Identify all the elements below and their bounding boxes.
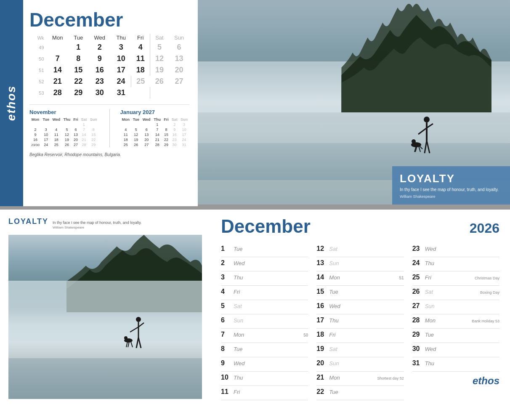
day-col-3: 23 Wed 24 Thu 25 Fri Christmas Day 26 Sa… (412, 243, 499, 419)
day-6: 6 (169, 42, 189, 53)
day-23: 23 (88, 76, 111, 87)
jan-thu-h: Thu (152, 117, 162, 122)
day-8: 8 (69, 53, 88, 64)
day-17: 17 (111, 64, 131, 76)
nov-sat-h: Sat (80, 117, 88, 122)
nov-fri-h: Fri (72, 117, 80, 122)
day-entry-20: 20 Sun (316, 357, 404, 372)
day-empty-4 (169, 87, 189, 98)
day-entry-24: 24 Thu (412, 257, 499, 271)
day-19: 19 (150, 64, 169, 76)
day-9: 9 (88, 53, 111, 64)
ethos-footer-text: ethos (473, 375, 499, 386)
day-28: 28 (47, 87, 69, 98)
tue-header: Tue (69, 34, 88, 42)
figure-svg (408, 113, 441, 164)
day-entry-11: 11 Fri (221, 386, 308, 400)
days-grid: 1 Tue 2 Wed 3 Thu 4 Fri 5 Sat (221, 243, 499, 419)
nov-mon-h: Mon (29, 117, 41, 122)
november-mini-cal: November Mon Tue Wed Thu Fri Sat Sun (29, 109, 99, 147)
svg-point-7 (412, 139, 416, 144)
svg-line-16 (136, 338, 138, 348)
week-53: 53 (29, 87, 47, 98)
december-title: December (221, 216, 311, 237)
day-3: 3 (111, 42, 131, 53)
loyalty-banner: LOYALTY In thy face I see the map of hon… (392, 166, 510, 205)
day-16: 16 (88, 64, 111, 76)
day-5: 5 (150, 42, 169, 53)
day-entry-19: 19 Sat (316, 343, 404, 357)
day-26: 26 (150, 76, 169, 87)
day-empty-2 (131, 87, 150, 98)
main-month-title: December (29, 8, 189, 31)
loyalty-header-quote-text: In thy face I see the map of honour, tru… (53, 221, 141, 230)
jan-mon-h: Mon (120, 117, 131, 122)
week-51: 51 (29, 64, 47, 76)
day-entry-10: 10 Thu (221, 372, 308, 386)
day-18: 18 (131, 64, 150, 76)
mini-cal-divider (109, 109, 110, 147)
loyalty-quote: In thy face I see the map of honour, tru… (400, 187, 502, 193)
svg-line-22 (131, 342, 133, 347)
january-title: January 2027 (120, 109, 190, 115)
january-mini-cal: January 2027 Mon Tue Wed Thu Fri Sat Sun (120, 109, 190, 147)
loyalty-author: William Shakespeare (400, 194, 502, 199)
day-entry-5: 5 Sat (221, 300, 308, 314)
day-entry-12: 12 Sat (316, 243, 404, 257)
sat-header: Sat (150, 34, 169, 42)
day-24: 24 (111, 76, 131, 87)
day-25: 25 (131, 76, 150, 87)
svg-line-2 (418, 128, 427, 134)
wk-header: Wk (29, 34, 47, 42)
svg-line-11 (420, 146, 422, 149)
day-30: 30 (88, 87, 111, 98)
day-entry-4: 4 Fri (221, 286, 308, 300)
day-entry-29: 29 Tue (412, 329, 499, 343)
day-4: 4 (131, 42, 150, 53)
week-49: 49 (29, 42, 47, 53)
day-22: 22 (69, 76, 88, 87)
top-left-panel: ethos December Wk Mon Tue Wed Thu Fri Sa… (0, 0, 198, 206)
jan-sun-h: Sun (179, 117, 189, 122)
day-entry-23: 23 Wed (412, 243, 499, 257)
photo-caption: Beglika Reservoir, Rhodope mountains, Bu… (29, 152, 189, 157)
day-7: 7 (47, 53, 69, 64)
day-col-2: 12 Sat 13 Sun 14 Mon 51 15 Tue 16 (316, 243, 404, 419)
day-entry-7: 7 Mon 50 (221, 329, 308, 343)
day-entry-13: 13 Sun (316, 257, 404, 271)
main-calendar: Wk Mon Tue Wed Thu Fri Sat Sun 49 1 (29, 34, 189, 98)
svg-point-12 (136, 317, 141, 322)
bottom-half: LOYALTY In thy face I see the map of hon… (0, 210, 510, 420)
bp-fog-layer (8, 281, 202, 338)
day-entry-27: 27 Sun (412, 300, 499, 314)
day-entry-26: 26 Sat Boxing Day (412, 286, 499, 300)
november-title: November (29, 109, 99, 115)
bp-water (8, 358, 202, 399)
tree-silhouettes (323, 0, 510, 112)
top-photo-area: LOYALTY In thy face I see the map of hon… (198, 0, 510, 205)
svg-line-5 (427, 141, 430, 153)
bp-figure (121, 314, 150, 356)
tree-svg (323, 0, 510, 112)
december-year: 2026 (470, 221, 499, 236)
day-entry-3: 3 Thu (221, 271, 308, 286)
thu-header: Thu (111, 34, 131, 42)
sun-header: Sun (169, 34, 189, 42)
day-entry-16: 16 Wed (316, 300, 404, 314)
day-empty (47, 42, 69, 53)
week-52: 52 (29, 76, 47, 87)
jan-sat-h: Sat (170, 117, 179, 122)
svg-point-19 (124, 336, 128, 340)
brand-logo-top: ethos (5, 85, 19, 121)
jan-fri-h: Fri (162, 117, 170, 122)
bp-figure-svg (121, 314, 150, 356)
december-header: December 2026 (221, 216, 499, 237)
day-entry-22: 22 Tue (316, 386, 404, 400)
bottom-right-panel: December 2026 1 Tue 2 Wed 3 Thu 4 (210, 210, 510, 420)
fri-header: Fri (131, 34, 150, 42)
svg-line-15 (138, 323, 144, 327)
day-1: 1 (69, 42, 88, 53)
day-entry-30: 30 Wed (412, 343, 499, 357)
bottom-photo (8, 235, 202, 399)
nov-wed-h: Wed (51, 117, 62, 122)
